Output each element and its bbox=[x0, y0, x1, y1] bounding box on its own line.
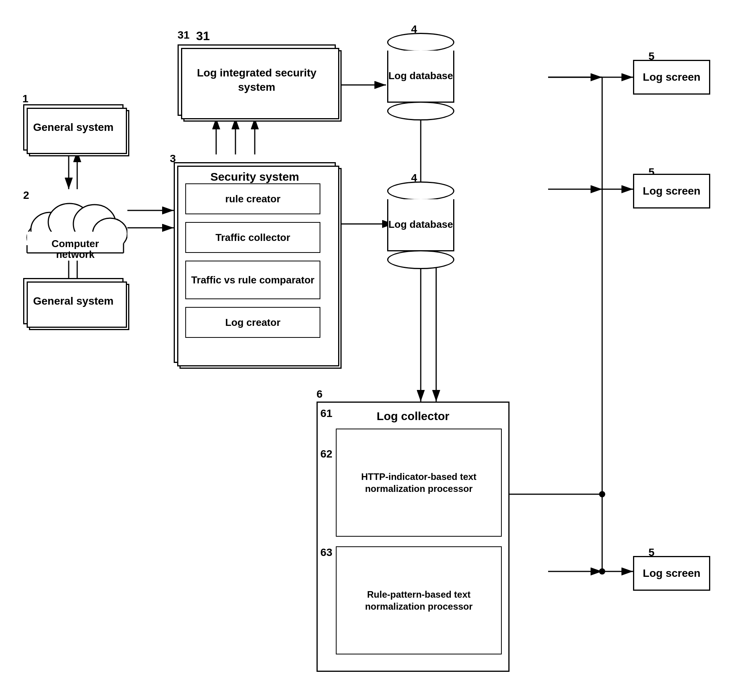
http-processor-box: HTTP-indicator-based text normalization … bbox=[336, 429, 502, 537]
log-creator-box: Log creator bbox=[185, 307, 320, 338]
label-31-display: 31 bbox=[196, 29, 210, 43]
log-screen-mid-box: Log screen bbox=[633, 174, 710, 208]
log-database-mid: Log database bbox=[386, 181, 455, 270]
log-database-top: Log database bbox=[386, 33, 455, 122]
label-63: 63 bbox=[320, 546, 332, 559]
general-system-top-box: General system bbox=[23, 104, 124, 151]
log-screen-top-box: Log screen bbox=[633, 60, 710, 95]
svg-point-21 bbox=[599, 568, 605, 575]
general-system-bottom-box: General system bbox=[23, 278, 124, 324]
log-integrated-security-system-box: Log integrated security system bbox=[178, 44, 336, 116]
traffic-vs-rule-box: Traffic vs rule comparator bbox=[185, 261, 320, 299]
svg-point-23 bbox=[599, 491, 605, 497]
rule-creator-box: rule creator bbox=[185, 183, 320, 214]
svg-text:Computer: Computer bbox=[52, 238, 99, 249]
label-62: 62 bbox=[320, 448, 332, 460]
label-31: 31 bbox=[178, 29, 190, 41]
log-screen-bot-box: Log screen bbox=[633, 556, 710, 591]
label-61: 61 bbox=[320, 407, 332, 420]
label-6: 6 bbox=[317, 388, 323, 400]
diagram-container: 31 Log integrated security system 4 Log … bbox=[0, 0, 733, 700]
traffic-collector-box: Traffic collector bbox=[185, 222, 320, 253]
svg-text:network: network bbox=[56, 249, 95, 260]
rule-pattern-processor-box: Rule-pattern-based text normalization pr… bbox=[336, 546, 502, 654]
computer-network-cloud: Computer network bbox=[23, 189, 127, 261]
label-1a: 1 bbox=[22, 93, 29, 105]
